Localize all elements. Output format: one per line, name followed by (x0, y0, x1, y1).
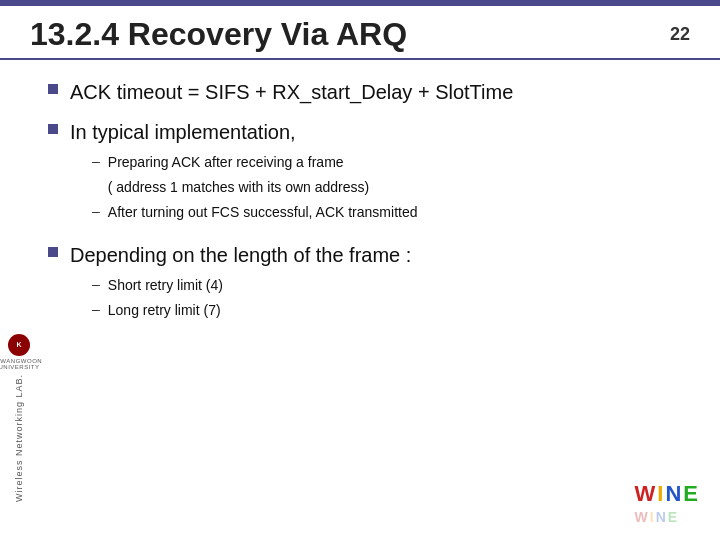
wine-n: N (665, 481, 683, 506)
sub-bullet-2-2: ( address 1 matches with its own address… (92, 177, 690, 198)
wine-shadow-e: E (668, 509, 679, 525)
sub-text-3-1: Short retry limit (4) (108, 275, 223, 296)
dash-2-1: – (92, 153, 100, 169)
content-area: K KWANGWOON UNIVERSITY Wireless Networki… (0, 60, 720, 540)
dash-2-2 (92, 178, 100, 194)
bullet-square-3 (48, 247, 58, 257)
slide-title: 13.2.4 Recovery Via ARQ (30, 16, 407, 53)
bullet-item-3: Depending on the length of the frame : –… (48, 241, 690, 327)
wine-shadow-n: N (656, 509, 668, 525)
bullet-text-1: ACK timeout = SIFS + RX_start_Delay + Sl… (70, 78, 513, 106)
sub-bullets-2: – Preparing ACK after receiving a frame … (92, 152, 690, 223)
wine-e: E (683, 481, 700, 506)
sub-text-3-2: Long retry limit (7) (108, 300, 221, 321)
sub-text-2-3: After turning out FCS successful, ACK tr… (108, 202, 418, 223)
kwu-logo: K KWANGWOON UNIVERSITY (0, 334, 42, 370)
wine-shadow-w: W (635, 509, 650, 525)
dash-3-1: – (92, 276, 100, 292)
sub-bullet-2-1: – Preparing ACK after receiving a frame (92, 152, 690, 173)
dash-3-2: – (92, 301, 100, 317)
bullet-square-1 (48, 84, 58, 94)
wine-w: W (635, 481, 658, 506)
dash-2-3: – (92, 203, 100, 219)
slide-number: 22 (670, 24, 690, 45)
bullet-text-2: In typical implementation, (70, 118, 690, 146)
bullet-item-2: In typical implementation, – Preparing A… (48, 118, 690, 229)
sub-bullet-3-1: – Short retry limit (4) (92, 275, 690, 296)
wine-logo: WINE (635, 481, 700, 507)
sub-bullets-3: – Short retry limit (4) – Long retry lim… (92, 275, 690, 321)
bullet-square-2 (48, 124, 58, 134)
sub-bullet-3-2: – Long retry limit (7) (92, 300, 690, 321)
slide-header: 13.2.4 Recovery Via ARQ 22 (0, 6, 720, 60)
main-content: ACK timeout = SIFS + RX_start_Delay + Sl… (38, 60, 720, 540)
sidebar-label: Wireless Networking LAB. (14, 374, 24, 502)
bullet-item-1: ACK timeout = SIFS + RX_start_Delay + Sl… (48, 78, 690, 106)
wine-logo-shadow: WINE (635, 509, 700, 525)
kwu-emblem: K (8, 334, 30, 356)
sub-bullet-2-3: – After turning out FCS successful, ACK … (92, 202, 690, 223)
wine-logo-container: WINE WINE (635, 481, 700, 525)
slide: 13.2.4 Recovery Via ARQ 22 K KWANGWOON U… (0, 0, 720, 540)
bullet-text-3: Depending on the length of the frame : (70, 241, 690, 269)
sidebar: K KWANGWOON UNIVERSITY Wireless Networki… (0, 60, 38, 540)
sub-text-2-1: Preparing ACK after receiving a frame (108, 152, 344, 173)
kwu-text2: UNIVERSITY (0, 364, 40, 370)
sub-text-2-2: ( address 1 matches with its own address… (108, 177, 369, 198)
